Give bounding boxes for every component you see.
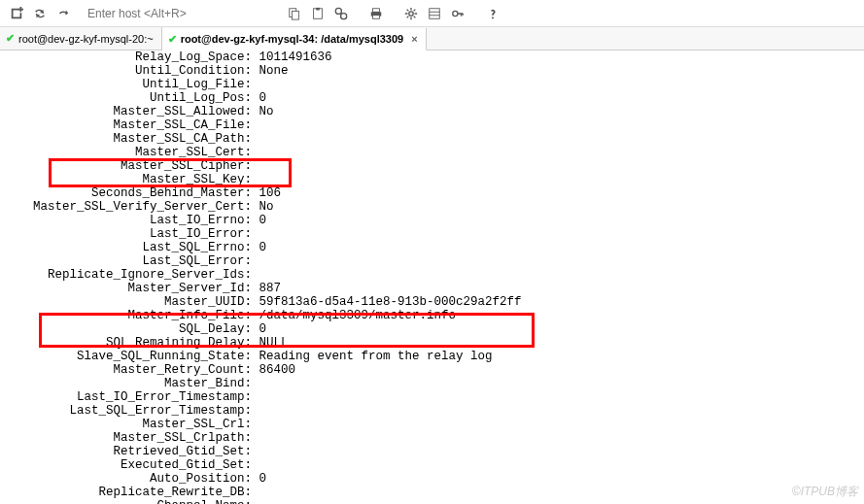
close-tab-icon[interactable]: ×	[411, 33, 417, 45]
status-line: SQL_Delay: 0	[4, 322, 864, 336]
watermark-text: ©ITPUB博客	[792, 484, 858, 500]
status-line: Master_Retry_Count: 86400	[4, 363, 864, 377]
status-line: Master_SSL_Key:	[4, 173, 864, 186]
status-line: Replicate_Ignore_Server_Ids:	[4, 268, 864, 282]
status-line: Master_Server_Id: 887	[4, 282, 864, 295]
help-icon[interactable]	[482, 3, 503, 24]
status-line: Master_SSL_CA_File:	[4, 118, 864, 132]
connected-check-icon: ✔	[168, 33, 177, 46]
status-line: Until_Condition: None	[4, 64, 864, 78]
status-line: Last_IO_Errno: 0	[4, 214, 864, 227]
terminal-output[interactable]: Relay_Log_Space: 1011491636 Until_Condit…	[0, 50, 864, 504]
connected-check-icon: ✔	[6, 32, 15, 45]
properties-icon[interactable]	[424, 3, 445, 24]
find-icon[interactable]	[330, 3, 352, 24]
status-line: Last_IO_Error:	[4, 227, 864, 241]
svg-rect-1	[292, 11, 298, 19]
status-line: Master_UUID: 59f813a6-d5a4-11e8-913b-000…	[4, 295, 864, 309]
status-line: Master_SSL_Crl:	[4, 418, 864, 431]
status-line: Relay_Log_Space: 1011491636	[4, 50, 864, 64]
status-line: SQL_Remaining_Delay: NULL	[4, 336, 864, 350]
svg-rect-8	[373, 15, 380, 18]
status-line: Slave_SQL_Running_State: Reading event f…	[4, 350, 864, 363]
paste-icon[interactable]	[307, 3, 328, 24]
svg-point-13	[453, 11, 458, 16]
settings-icon[interactable]	[400, 3, 422, 24]
disconnect-icon[interactable]	[52, 3, 74, 24]
status-line: Replicate_Rewrite_DB:	[4, 486, 864, 499]
svg-point-4	[335, 8, 341, 14]
status-line: Executed_Gtid_Set:	[4, 458, 864, 472]
status-line: Master_SSL_Cert:	[4, 146, 864, 159]
reconnect-icon[interactable]	[29, 3, 51, 24]
session-tab-2[interactable]: ✔ root@dev-gz-kyf-mysql-34: /data/mysql3…	[162, 28, 427, 50]
tab-label: root@dev-gz-kyf-mysql-34: /data/mysql330…	[181, 33, 404, 45]
session-tab-1[interactable]: ✔ root@dev-gz-kyf-mysql-20:~	[0, 27, 162, 50]
status-line: Last_SQL_Error:	[4, 254, 864, 268]
status-line: Master_SSL_Crlpath:	[4, 431, 864, 445]
main-toolbar	[0, 0, 864, 27]
copy-icon[interactable]	[284, 3, 305, 24]
host-input[interactable]	[87, 4, 224, 23]
status-line: Auto_Position: 0	[4, 472, 864, 486]
svg-rect-3	[316, 7, 320, 10]
status-line: Master_Info_File: /data/mysql3309/master…	[4, 309, 864, 322]
print-icon[interactable]	[365, 3, 387, 24]
tab-label: root@dev-gz-kyf-mysql-20:~	[18, 33, 154, 45]
status-line: Last_SQL_Error_Timestamp:	[4, 404, 864, 418]
svg-rect-7	[373, 8, 380, 12]
status-line: Until_Log_Pos: 0	[4, 91, 864, 105]
status-line: Retrieved_Gtid_Set:	[4, 445, 864, 458]
key-icon[interactable]	[447, 3, 468, 24]
status-line: Master_SSL_Cipher:	[4, 159, 864, 173]
status-line: Master_SSL_Allowed: No	[4, 105, 864, 118]
status-line: Last_SQL_Errno: 0	[4, 241, 864, 254]
status-line: Seconds_Behind_Master: 106	[4, 186, 864, 200]
svg-rect-10	[430, 8, 440, 18]
new-session-icon[interactable]	[6, 3, 27, 24]
status-line: Master_Bind:	[4, 377, 864, 390]
status-line: Last_IO_Error_Timestamp:	[4, 390, 864, 404]
status-line: Master_SSL_CA_Path:	[4, 132, 864, 146]
status-line: Channel_Name:	[4, 499, 864, 504]
svg-point-5	[341, 13, 347, 18]
status-line: Master_SSL_Verify_Server_Cert: No	[4, 200, 864, 214]
session-tab-bar: ✔ root@dev-gz-kyf-mysql-20:~ ✔ root@dev-…	[0, 27, 864, 50]
svg-point-9	[409, 11, 413, 15]
status-line: Until_Log_File:	[4, 78, 864, 91]
